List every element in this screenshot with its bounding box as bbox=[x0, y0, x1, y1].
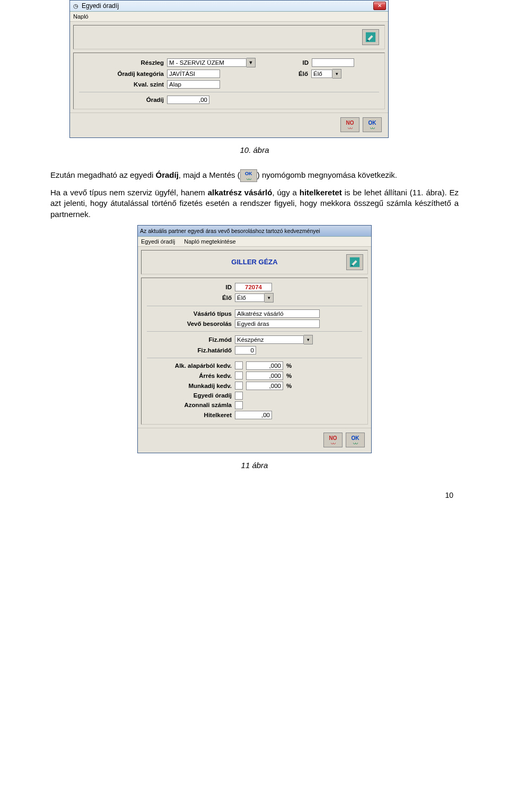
label-elo: Élő bbox=[292, 71, 308, 77]
field-munkadij-kedv[interactable]: ,000 bbox=[246, 382, 283, 390]
close-icon[interactable]: ✕ bbox=[373, 2, 386, 10]
field-kategoria[interactable]: JAVÍTÁSI bbox=[167, 70, 220, 78]
form-area: Részleg M - SZERVIZ ÜZEM ▼ ID Óradíj kat… bbox=[73, 53, 385, 109]
label-fizmod: Fiz.mód bbox=[147, 336, 232, 343]
app-icon: ◷ bbox=[72, 2, 80, 10]
label-kategoria: Óradíj kategória bbox=[79, 71, 164, 77]
dropdown-icon[interactable]: ▾ bbox=[304, 335, 313, 344]
field-vasarlo-tipus[interactable]: Alkatrész vásárló bbox=[235, 309, 320, 318]
label-elo: Élő bbox=[147, 295, 232, 301]
figure-caption-11: 11 ábra bbox=[50, 461, 459, 470]
svg-rect-1 bbox=[367, 40, 369, 41]
label-reszleg: Részleg bbox=[79, 59, 164, 66]
ok-button[interactable]: OK ◡◡ bbox=[363, 117, 382, 132]
menubar[interactable]: Egyedi óradíj Napló megtekintése bbox=[138, 237, 371, 247]
label-vevo-besorolas: Vevő besorolás bbox=[147, 321, 232, 327]
edit-icon[interactable] bbox=[362, 29, 379, 45]
field-hitelkeret[interactable]: ,00 bbox=[235, 411, 272, 419]
window-egyedi-oradij: ◷ Egyedi óradíj ✕ Napló Részleg M - SZER… bbox=[69, 0, 389, 138]
field-kval[interactable]: Alap bbox=[167, 80, 220, 89]
label-egyedi-oradij: Egyedi óradíj bbox=[147, 392, 232, 399]
label-id: ID bbox=[293, 59, 309, 66]
label-oradij: Óradíj bbox=[79, 97, 164, 103]
button-row: NO ◡◡ OK ◡◡ bbox=[138, 428, 371, 453]
menu-naplo[interactable]: Napló bbox=[73, 13, 89, 20]
checkbox-alk[interactable] bbox=[235, 361, 243, 369]
label-munkadij-kedv: Munkadíj kedv. bbox=[147, 383, 232, 389]
field-fizmod[interactable]: Készpénz bbox=[235, 335, 304, 344]
menubar[interactable]: Napló bbox=[70, 12, 388, 22]
no-button[interactable]: NO ◡◡ bbox=[323, 433, 343, 447]
header-strip bbox=[73, 25, 385, 49]
header-strip: GILLER GÉZA bbox=[141, 250, 368, 274]
label-vasarlo-tipus: Vásárló típus bbox=[147, 310, 232, 317]
titlebar[interactable]: Az aktuális partner egyedi áras vevő bes… bbox=[138, 226, 371, 237]
paragraph-2: Ha a vevő típus nem szerviz ügyfél, hane… bbox=[50, 187, 459, 220]
field-vevo-besorolas[interactable]: Egyedi áras bbox=[235, 319, 320, 328]
field-reszleg[interactable]: M - SZERVIZ ÜZEM bbox=[167, 58, 247, 67]
partner-name: GILLER GÉZA bbox=[231, 258, 277, 266]
label-id: ID bbox=[147, 284, 232, 290]
label-hitelkeret: Hitelkeret bbox=[147, 412, 232, 418]
percent-label: % bbox=[286, 373, 292, 379]
dropdown-icon[interactable]: ▼ bbox=[247, 58, 256, 67]
figure-caption-10: 10. ábra bbox=[50, 145, 459, 154]
page-number: 10 bbox=[50, 491, 459, 499]
titlebar[interactable]: ◷ Egyedi óradíj ✕ bbox=[70, 1, 388, 12]
percent-label: % bbox=[286, 383, 292, 389]
window-title: Az aktuális partner egyedi áras vevő bes… bbox=[140, 228, 320, 234]
checkbox-munkadij[interactable] bbox=[235, 382, 243, 390]
percent-label: % bbox=[286, 362, 292, 369]
label-azonnali-szamla: Azonnali számla bbox=[147, 402, 232, 408]
checkbox-azonnali[interactable] bbox=[235, 401, 243, 409]
field-id[interactable] bbox=[312, 58, 354, 67]
label-alk-kedv: Alk. alapárból kedv. bbox=[147, 362, 232, 369]
field-elo[interactable]: Élő bbox=[311, 70, 332, 78]
dropdown-icon[interactable]: ▾ bbox=[265, 293, 274, 303]
ok-icon-inline: OK◡◡ bbox=[240, 169, 257, 182]
field-elo[interactable]: Élő bbox=[235, 293, 265, 302]
button-row: NO ◡◡ OK ◡◡ bbox=[70, 113, 388, 137]
field-fizhatarido[interactable]: 0 bbox=[235, 346, 256, 355]
menu-egyedi-oradij[interactable]: Egyedi óradíj bbox=[141, 238, 175, 245]
field-alk-kedv[interactable]: ,000 bbox=[246, 361, 283, 370]
field-arres-kedv[interactable]: ,000 bbox=[246, 372, 283, 380]
svg-rect-3 bbox=[352, 265, 353, 266]
checkbox-arres[interactable] bbox=[235, 372, 243, 379]
label-fizhatarido: Fiz.határidő bbox=[147, 347, 232, 353]
label-kval: Kval. szint bbox=[79, 81, 164, 88]
field-id[interactable]: 72074 bbox=[235, 283, 272, 291]
window-title: Egyedi óradíj bbox=[82, 2, 119, 10]
window-kedvezmenyek: Az aktuális partner egyedi áras vevő bes… bbox=[137, 225, 372, 453]
label-arres-kedv: Árrés kedv. bbox=[147, 373, 232, 379]
menu-naplo-megtekintese[interactable]: Napló megtekintése bbox=[184, 238, 235, 245]
edit-icon[interactable] bbox=[346, 254, 363, 270]
field-oradij[interactable]: ,00 bbox=[167, 96, 209, 104]
form-area: ID 72074 Élő Élő ▾ Vásárló típus Alkatré… bbox=[141, 278, 368, 425]
paragraph-1: Ezután megadható az egyedi Óradíj, majd … bbox=[50, 169, 459, 182]
dropdown-icon[interactable]: ▾ bbox=[332, 69, 341, 79]
ok-button[interactable]: OK ◡◡ bbox=[346, 433, 365, 447]
no-button[interactable]: NO ◡◡ bbox=[340, 117, 359, 132]
checkbox-egyedi-oradij[interactable] bbox=[235, 392, 243, 400]
